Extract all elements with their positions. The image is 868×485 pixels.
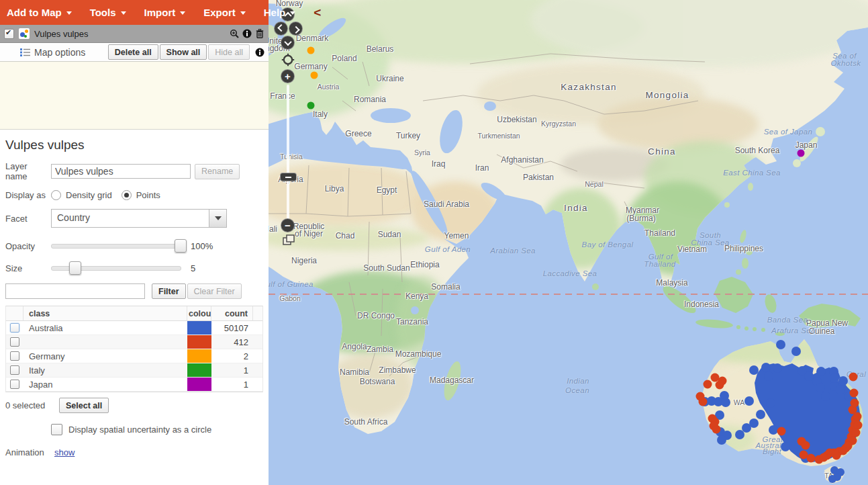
facet-label: Facet — [5, 214, 51, 224]
menu-items: Add to MapToolsImportExportHelp — [7, 7, 314, 18]
row-checkbox[interactable] — [10, 323, 19, 333]
filter-button[interactable]: Filter — [152, 283, 186, 299]
minus-icon: − — [285, 220, 291, 230]
delete-all-button[interactable]: Delete all — [108, 44, 158, 60]
chevron-down-icon — [240, 11, 246, 15]
col-class[interactable]: class — [23, 306, 187, 320]
pan-left-button[interactable] — [274, 21, 288, 36]
show-all-button[interactable]: Show all — [160, 44, 207, 60]
legend-space — [0, 62, 269, 130]
animation-show-link[interactable]: show — [54, 447, 75, 457]
zoom-to-layer-icon[interactable] — [230, 29, 239, 38]
list-icon — [20, 48, 30, 56]
density-grid-radio[interactable] — [51, 190, 61, 200]
hide-all-button: Hide all — [208, 44, 250, 60]
facet-value[interactable]: Country — [52, 210, 209, 227]
zoom-out-button[interactable]: − — [281, 218, 295, 232]
layer-name: Vulpes vulpes — [34, 29, 88, 39]
row-checkbox[interactable] — [10, 351, 19, 361]
class-cell: Italy — [23, 363, 187, 377]
facet-table: class colou count Australia50107412Germa… — [5, 306, 263, 392]
opacity-slider[interactable] — [51, 244, 181, 249]
delete-layer-icon[interactable] — [255, 29, 264, 38]
uncertainty-row: Display spatial uncertainty as a circle — [51, 424, 263, 435]
map-options-info-icon[interactable] — [255, 48, 264, 57]
map-options-label[interactable]: Map options — [34, 47, 85, 58]
filter-input[interactable] — [5, 283, 145, 299]
layer-visibility-checkbox[interactable] — [4, 29, 14, 39]
map-options-row: Map options Delete all Show all Hide all — [0, 43, 269, 62]
rename-button: Rename — [195, 164, 240, 179]
menu-import[interactable]: Import — [144, 7, 186, 18]
animation-label: Animation — [5, 447, 51, 457]
chevron-down-icon — [66, 11, 72, 15]
overview-map-toggle-icon[interactable] — [283, 234, 295, 246]
size-row: Size 5 — [5, 263, 263, 273]
col-colour[interactable]: colou — [187, 306, 211, 320]
colour-swatch — [187, 363, 211, 377]
density-grid-label[interactable]: Density grid — [66, 190, 112, 200]
row-checkbox[interactable] — [10, 380, 19, 389]
count-cell: 2 — [211, 349, 253, 363]
spatial-portal-app: Add to MapToolsImportExportHelp < Vulpes… — [0, 0, 868, 485]
points-layer-icon — [19, 28, 30, 39]
layer-name-input[interactable] — [51, 164, 191, 179]
facet-combobox[interactable]: Country — [51, 209, 227, 228]
selected-row: 0 selected Select all — [5, 398, 263, 413]
points-label[interactable]: Points — [136, 190, 160, 200]
filter-row: Filter Clear Filter — [5, 283, 263, 299]
table-row[interactable]: 412 — [6, 335, 262, 349]
menu-export[interactable]: Export — [203, 7, 246, 18]
zoom-in-button[interactable]: + — [281, 69, 295, 83]
table-row[interactable]: Italy1 — [6, 363, 262, 378]
count-cell: 1 — [211, 378, 253, 391]
table-row[interactable]: Australia50107 — [6, 321, 262, 335]
layer-name-label: Layer name — [5, 161, 51, 181]
layer-details-panel: Vulpes vulpes Layer name Rename Display … — [0, 130, 269, 457]
menu-add-to-map[interactable]: Add to Map — [7, 7, 72, 18]
col-select — [6, 306, 23, 320]
reset-view-icon[interactable] — [281, 53, 295, 67]
menu-tools[interactable]: Tools — [90, 7, 126, 18]
pan-down-button[interactable] — [281, 36, 295, 50]
count-cell: 412 — [211, 335, 253, 349]
opacity-row: Opacity 100% — [5, 241, 263, 251]
points-radio[interactable] — [122, 190, 132, 200]
zoom-slider[interactable] — [287, 85, 289, 226]
table-row[interactable]: Germany2 — [6, 349, 262, 363]
chevron-down-icon — [180, 11, 185, 15]
count-cell: 1 — [211, 363, 253, 377]
chevron-down-icon[interactable] — [209, 210, 226, 227]
opacity-value: 100% — [191, 241, 213, 251]
zoom-slider-handle[interactable] — [280, 173, 297, 181]
size-slider-handle[interactable] — [69, 261, 81, 275]
layer-row[interactable]: Vulpes vulpes — [0, 25, 269, 43]
select-all-button[interactable]: Select all — [59, 398, 109, 413]
size-slider[interactable] — [51, 266, 181, 271]
map-canvas[interactable]: NorwayUnitedKingdomDenmarkPolandBelarusU… — [269, 0, 868, 485]
class-cell: Japan — [23, 378, 187, 391]
menu-help[interactable]: Help — [264, 7, 296, 18]
chevron-right-icon — [292, 26, 299, 33]
opacity-label: Opacity — [5, 241, 51, 251]
page-title: Vulpes vulpes — [5, 138, 263, 152]
layer-actions — [230, 29, 264, 38]
table-row[interactable]: Japan1 — [6, 378, 262, 392]
row-checkbox[interactable] — [10, 337, 19, 347]
pan-right-button[interactable] — [289, 21, 303, 36]
layer-info-icon[interactable] — [242, 29, 252, 38]
col-count[interactable]: count — [211, 306, 253, 320]
display-as-label: Display as — [5, 190, 51, 200]
uncertainty-checkbox[interactable] — [51, 424, 62, 435]
table-header: class colou count — [6, 306, 262, 321]
main-menubar: Add to MapToolsImportExportHelp < — [0, 0, 269, 25]
class-cell: Germany — [23, 349, 187, 363]
collapse-panel-icon[interactable]: < — [314, 6, 321, 19]
opacity-slider-handle[interactable] — [175, 239, 187, 253]
class-cell — [23, 335, 187, 349]
world-map — [269, 0, 868, 485]
count-cell: 50107 — [211, 321, 253, 335]
table-body: Australia50107412Germany2Italy1Japan1 — [6, 321, 262, 392]
row-checkbox[interactable] — [10, 365, 19, 375]
uncertainty-label[interactable]: Display spatial uncertainty as a circle — [68, 425, 211, 435]
